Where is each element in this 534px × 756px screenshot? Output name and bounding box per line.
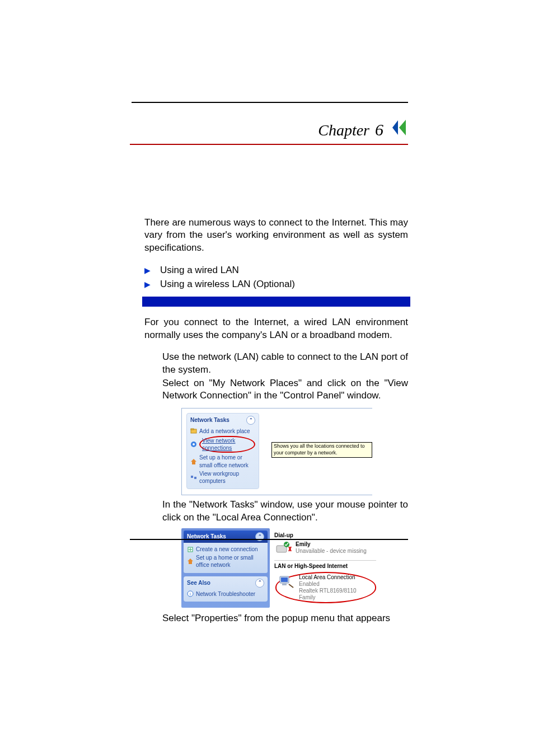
svg-rect-1 [191, 429, 194, 430]
chapter-arrow-icon [391, 118, 408, 139]
workgroup-icon [190, 474, 197, 481]
task-panel: Network Tasks ⌃ Add a network place Vi [186, 413, 259, 489]
intro-paragraph: There are numerous ways to connect to th… [144, 217, 408, 254]
task-link[interactable]: View workgroup computers [190, 469, 255, 485]
connection-name: Emily [296, 541, 367, 548]
connection-status: Unavailable - device missing [296, 548, 367, 555]
chapter-rule [130, 144, 408, 145]
dialup-icon [275, 541, 292, 556]
svg-rect-12 [281, 577, 288, 582]
task-link-label: Add a network place [199, 428, 250, 435]
section-heading: Dial-up [274, 532, 376, 539]
dialup-connection-item[interactable]: Emily Unavailable - device missing [275, 541, 376, 556]
step-4-block: Select "Properties" from the popup menu … [144, 612, 408, 624]
info-icon: i [187, 590, 194, 597]
step-3-block: In the "Network Tasks" window, use your … [144, 499, 408, 524]
home-network-icon [190, 458, 197, 465]
task-panel-title: Network Tasks [190, 416, 229, 424]
bullet-arrow-icon: ▶ [144, 279, 152, 289]
svg-rect-5 [194, 477, 196, 479]
section-divider-bar [142, 297, 410, 307]
task-link-label: View workgroup computers [199, 470, 255, 485]
task-link[interactable]: i Network Troubleshooter [187, 590, 264, 598]
bullet-arrow-icon: ▶ [144, 265, 152, 275]
collapse-icon[interactable]: ⌃ [255, 579, 264, 588]
home-network-icon [187, 558, 194, 565]
svg-rect-4 [191, 476, 193, 478]
bullet-item: ▶ Using a wired LAN [144, 264, 408, 277]
steps-block: Use the network (LAN) cable to connect t… [144, 351, 408, 402]
step-2: Select on "My Network Places" and click … [162, 377, 408, 402]
svg-text:i: i [190, 591, 191, 597]
collapse-icon[interactable]: ⌃ [246, 416, 255, 425]
connections-area: Dial-up Emily Unavailable - device missi… [273, 528, 376, 608]
bullet-list: ▶ Using a wired LAN ▶ Using a wireless L… [144, 264, 408, 291]
folder-icon [190, 428, 197, 434]
task-link[interactable]: Set up a home or small office network [190, 453, 255, 469]
task-link-highlighted[interactable]: View network connections [190, 435, 255, 453]
network-icon [190, 441, 197, 448]
svg-point-3 [193, 443, 195, 445]
task-link-label: Network Troubleshooter [196, 590, 255, 598]
screenshot-network-tasks: Network Tasks ⌃ Add a network place Vi [181, 408, 372, 495]
lan-icon [279, 574, 296, 589]
bottom-rule [130, 539, 408, 540]
bullet-item: ▶ Using a wireless LAN (Optional) [144, 278, 408, 291]
bullet-text: Using a wired LAN [160, 264, 239, 276]
sidebar-panels: Network Tasks ⌃ Create a new connection [181, 528, 270, 608]
connection-device: Realtek RTL8169/8110 Family [299, 588, 373, 601]
chapter-heading: Chapter 6 [318, 116, 408, 139]
step-1: Use the network (LAN) cable to connect t… [162, 351, 408, 376]
screenshot-network-connections: Network Tasks ⌃ Create a new connection [181, 528, 376, 608]
new-connection-icon [187, 546, 194, 553]
chapter-word: Chapter [318, 121, 371, 139]
task-link-label: Set up a home or small office network [199, 454, 255, 468]
see-also-panel: See Also ⌃ i Network Troubleshooter [184, 576, 268, 602]
connection-status: Enabled [299, 581, 373, 588]
task-link[interactable]: Create a new connection [187, 545, 264, 553]
task-link[interactable]: Set up a home or small office network [187, 553, 264, 569]
panel-title: See Also [187, 579, 210, 586]
content-body: There are numerous ways to connect to th… [144, 207, 408, 625]
task-link[interactable]: Add a network place [190, 427, 255, 435]
task-link-label: Create a new connection [196, 546, 258, 553]
connection-name: Local Area Connection [299, 574, 373, 581]
top-rule [132, 102, 408, 103]
task-link-label: View network connections [202, 438, 235, 451]
bullet-text: Using a wireless LAN (Optional) [160, 278, 295, 290]
task-link-label: Set up a home or small office network [196, 554, 264, 569]
wired-intro-paragraph: For you connect to the Internet, a wired… [144, 316, 408, 341]
tooltip: Shows you all the locations connected to… [271, 442, 372, 458]
svg-rect-13 [282, 584, 287, 585]
chapter-number: 6 [375, 120, 383, 139]
section-heading: LAN or High-Speed Internet [274, 560, 376, 570]
step-4: Select "Properties" from the popup menu … [162, 612, 408, 624]
lan-connection-item[interactable]: Local Area Connection Enabled Realtek RT… [275, 572, 376, 603]
network-tasks-panel: Network Tasks ⌃ Create a new connection [184, 530, 268, 573]
step-3: In the "Network Tasks" window, use your … [162, 499, 408, 524]
